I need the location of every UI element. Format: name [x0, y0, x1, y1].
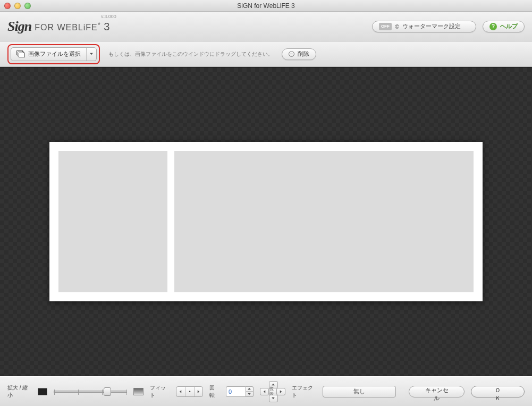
arrow-up-icon: [248, 388, 251, 390]
file-select-highlight: 画像ファイルを選択: [7, 44, 100, 64]
slider-thumb-icon[interactable]: [104, 387, 111, 396]
position-left-button[interactable]: [260, 388, 269, 395]
minus-icon: −: [289, 51, 294, 57]
arrow-left-icon: [264, 390, 266, 393]
minimize-window-icon[interactable]: [14, 3, 21, 9]
arrow-down-icon: [272, 397, 275, 400]
copyright-icon: ©: [395, 23, 399, 30]
zoom-window-icon[interactable]: [24, 3, 31, 9]
file-select-dropdown[interactable]: [87, 53, 96, 55]
bottom-toolbar: 拡大 / 縮小 フィット • 回転 位置 エフェクト 無し キャンセル Ｏ Ｋ: [0, 376, 532, 406]
fit-center-button[interactable]: •: [185, 387, 194, 396]
rotate-label: 回転: [209, 384, 219, 399]
question-icon: ?: [489, 23, 497, 30]
top-toolbar: v.3.000 Sign FOR WEBLiFE* 3 OFF © ウォーターマ…: [0, 12, 532, 41]
file-select-button[interactable]: 画像ファイルを選択: [11, 47, 97, 61]
fit-label: フィット: [150, 384, 170, 399]
watermark-label: ウォーターマーク設定: [402, 22, 461, 30]
arrow-right-icon: [198, 390, 200, 393]
image-stack-icon: [16, 50, 25, 57]
logo-number: 3: [104, 21, 110, 33]
image-slot-1[interactable]: [58, 151, 167, 292]
app-logo: Sign FOR WEBLiFE* 3: [7, 19, 110, 35]
close-window-icon[interactable]: [4, 3, 11, 9]
zoom-min-swatch[interactable]: [38, 388, 48, 395]
arrow-left-icon: [180, 390, 182, 393]
rotate-stepper: [246, 386, 254, 397]
fit-left-button[interactable]: [176, 387, 185, 396]
file-select-label: 画像ファイルを選択: [28, 50, 81, 58]
window-title: SiGN for WebLiFE 3: [0, 2, 532, 10]
titlebar: SiGN for WebLiFE 3: [0, 0, 532, 12]
position-down-button[interactable]: [269, 395, 278, 402]
arrow-down-icon: [248, 393, 251, 395]
watermark-settings-button[interactable]: OFF © ウォーターマーク設定: [372, 21, 476, 32]
off-badge: OFF: [379, 23, 392, 30]
rotate-input[interactable]: [226, 386, 246, 397]
position-right-button[interactable]: [276, 388, 285, 395]
chevron-down-icon: [90, 53, 93, 55]
zoom-label: 拡大 / 縮小: [7, 384, 31, 399]
zoom-max-swatch[interactable]: [133, 388, 143, 395]
cancel-button[interactable]: キャンセル: [409, 386, 465, 397]
logo-sign: Sign: [7, 19, 31, 35]
effect-button[interactable]: 無し: [323, 386, 396, 397]
delete-button[interactable]: − 削除: [282, 48, 316, 60]
position-dpad: 位置: [260, 381, 285, 402]
zoom-slider[interactable]: [54, 386, 127, 397]
logo-for-text: FOR WEBLiFE: [35, 23, 98, 32]
help-button[interactable]: ? ヘルプ: [483, 21, 525, 32]
canvas-paper: [49, 142, 483, 301]
fit-right-button[interactable]: [194, 387, 203, 396]
image-slot-2[interactable]: [174, 151, 474, 292]
version-label: v.3.000: [101, 14, 116, 19]
ok-button[interactable]: Ｏ Ｋ: [471, 386, 525, 397]
fit-segmented: •: [176, 386, 204, 397]
logo-forweblife: FOR WEBLiFE* 3: [35, 21, 110, 33]
arrow-right-icon: [280, 390, 282, 393]
file-toolbar: 画像ファイルを選択 もしくは、画像ファイルをこのウインドウにドラッグしてください…: [0, 41, 532, 67]
rotate-step-down[interactable]: [246, 391, 253, 396]
drag-hint: もしくは、画像ファイルをこのウインドウにドラッグしてください。: [108, 50, 273, 58]
effect-label: エフェクト: [292, 384, 316, 399]
delete-label: 削除: [298, 50, 309, 58]
window-controls: [0, 3, 31, 9]
help-label: ヘルプ: [500, 22, 518, 30]
canvas-area[interactable]: [0, 67, 532, 376]
rotate-step-up[interactable]: [246, 387, 253, 392]
